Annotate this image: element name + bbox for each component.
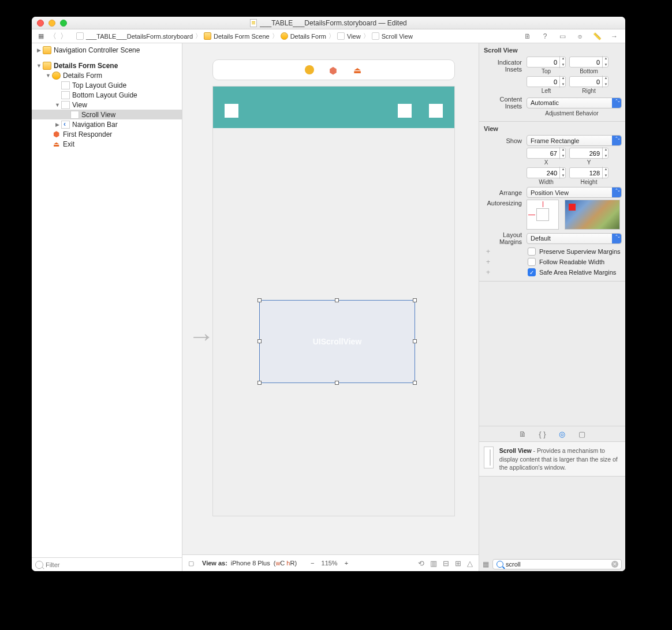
resize-handle[interactable] [335,298,339,302]
resize-handle[interactable] [413,339,417,343]
exit-dock-icon[interactable]: ⏏ [353,65,363,74]
clear-icon[interactable]: ✕ [611,561,618,568]
crumb-file[interactable]: ___TABLE___DetailsForm.storyboard [74,32,195,40]
add-icon[interactable]: + [486,258,490,266]
outline-tree[interactable]: ▶Navigation Controller Scene ▼Details Fo… [32,43,182,557]
library-filter-bar: ▦ scroll ✕ [479,557,625,571]
file-inspector-icon[interactable]: 🗎 [522,31,533,42]
zoom-in-button[interactable]: + [345,560,348,567]
navigation-bar-view[interactable] [213,87,454,128]
zoom-out-button[interactable]: − [311,560,314,567]
crumb-vc[interactable]: Details Form [279,32,328,40]
view-icon [372,32,379,40]
scrollview-selected[interactable]: UIScrollView [259,300,415,383]
viewcontroller-dock-icon[interactable] [305,65,314,74]
device-frame[interactable]: UIScrollView [212,86,455,516]
tree-row[interactable]: ⬢First Responder [32,129,182,139]
inspector-tabs: 🗎 ? ▭ ⌾ 📏 → [522,31,625,42]
crumb-scrollview[interactable]: Scroll View [370,32,415,40]
tree-row[interactable]: Top Layout Guide [32,80,182,90]
breadcrumb: ___TABLE___DetailsForm.storyboard 〉 Deta… [74,32,415,40]
crumb-scene[interactable]: Details Form Scene [202,32,271,40]
filter-input[interactable] [46,561,178,568]
scene-dock[interactable]: ⬢ ⏏ [212,59,455,80]
view-icon [61,81,70,89]
file-template-icon[interactable]: 🗎 [518,429,528,438]
stepper-icon[interactable]: ▲▼ [559,56,566,68]
library-search-value: scroll [506,561,521,568]
view-as-button[interactable]: View as: iPhone 8 Plus (wC hR) [202,560,297,567]
close-icon[interactable] [37,20,44,27]
resize-handle[interactable] [413,381,417,385]
back-icon[interactable]: 〈 [49,31,57,42]
connections-inspector-icon[interactable]: → [609,31,619,42]
folder-icon [43,46,51,54]
nav-item[interactable] [225,104,238,118]
maximize-icon[interactable] [60,20,67,27]
media-library-icon[interactable]: ▢ [577,429,587,438]
resize-handle[interactable] [335,381,339,385]
zoom-value[interactable]: 115% [322,560,338,567]
readable-width-checkbox[interactable] [528,258,536,266]
preserve-margins-checkbox[interactable] [528,247,536,256]
scrollview-label: UIScrollView [260,337,415,346]
viewcontroller-icon [52,72,61,80]
attributes-inspector-icon[interactable]: ⌾ [574,31,585,42]
safe-area-checkbox[interactable]: ✓ [528,268,536,276]
resize-handle[interactable] [257,339,262,343]
add-icon[interactable]: + [486,247,490,256]
minimize-icon[interactable] [48,20,55,27]
traffic-lights [37,20,67,27]
tree-row-selected[interactable]: Scroll View [32,110,182,119]
update-frames-icon[interactable]: ⟲ [418,559,424,568]
titlebar: ___TABLE___DetailsForm.storyboard — Edit… [32,17,625,29]
code-snippet-icon[interactable]: { } [538,429,547,438]
show-select[interactable]: Frame Rectangle [527,135,622,146]
crumb-view[interactable]: View [335,32,363,40]
content-insets-select[interactable]: Automatic [527,97,622,108]
view-icon [70,111,79,119]
add-icon[interactable]: + [486,268,490,276]
layout-margins-select[interactable]: Default [527,233,622,244]
toggle-outline-icon[interactable]: ▢ [188,560,194,567]
library-search[interactable]: scroll ✕ [492,559,622,569]
related-items-icon[interactable] [36,32,46,41]
tree-row[interactable]: ▶Navigation Bar [32,119,182,129]
ib-canvas[interactable]: → ⬢ ⏏ UIScrollView [182,43,479,554]
tree-row[interactable]: ▼Details Form Scene [32,61,182,70]
disclosure-icon[interactable]: ▶ [36,47,42,53]
library-tabs: 🗎 { } ◎ ▢ [479,426,625,442]
nav-item[interactable] [429,104,443,118]
resize-handle[interactable] [413,298,417,302]
autoresizing-preview [565,200,620,230]
align-icon[interactable]: ⊟ [443,559,449,568]
tree-row[interactable]: ▼View [32,100,182,110]
autoresizing-control[interactable] [527,200,559,230]
pin-icon[interactable]: ⊞ [455,559,461,568]
identity-inspector-icon[interactable]: ▭ [557,31,568,42]
tree-row[interactable]: ⏏Exit [32,139,182,149]
layout-buttons: ⟲ ▥ ⊟ ⊞ △ [418,559,473,568]
nav-item[interactable] [398,104,412,118]
resize-handle[interactable] [257,298,262,302]
initial-vc-arrow-icon[interactable]: → [188,320,215,351]
tree-row[interactable]: Bottom Layout Guide [32,90,182,100]
main-columns: ▶Navigation Controller Scene ▼Details Fo… [32,43,625,571]
tree-row[interactable]: ▼Details Form [32,70,182,80]
help-inspector-icon[interactable]: ? [540,31,550,42]
tree-row[interactable]: ▶Navigation Controller Scene [32,45,182,55]
library-item[interactable]: Scroll View - Provides a mechanism to di… [479,442,625,477]
filter-icon[interactable] [35,561,43,569]
grid-view-icon[interactable]: ▦ [483,560,489,568]
inspector-spacer [479,282,625,426]
first-responder-dock-icon[interactable]: ⬢ [329,65,338,74]
embed-icon[interactable]: ▥ [430,559,437,568]
forward-icon[interactable]: 〉 [60,31,68,42]
arrange-select[interactable]: Position View [527,187,622,198]
window-title: ___TABLE___DetailsForm.storyboard — Edit… [32,19,625,27]
resolve-icon[interactable]: △ [467,559,473,568]
resize-handle[interactable] [257,381,262,385]
size-inspector-icon[interactable]: 📏 [592,31,602,42]
object-library-icon[interactable]: ◎ [558,429,567,438]
folder-icon [204,32,211,40]
